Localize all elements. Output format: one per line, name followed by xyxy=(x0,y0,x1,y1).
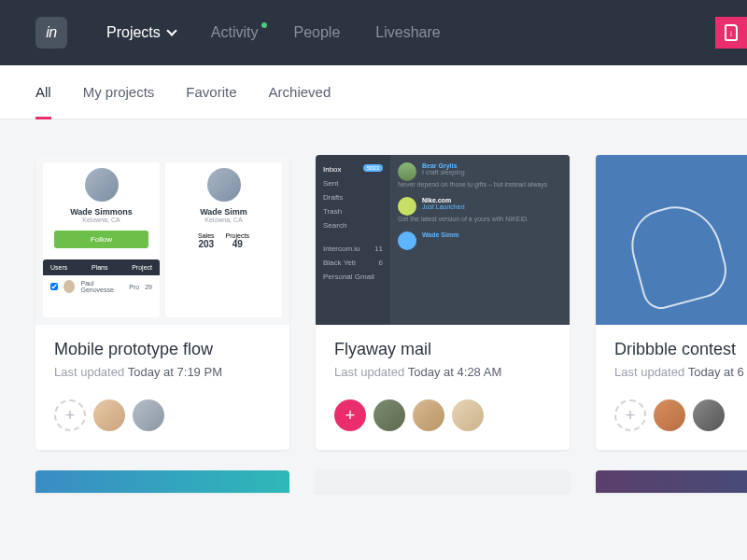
project-card[interactable] xyxy=(596,470,747,493)
add-collaborator-button[interactable]: + xyxy=(54,399,86,431)
avatar[interactable] xyxy=(133,399,164,431)
avatar[interactable] xyxy=(93,399,125,431)
collaborator-avatars: + xyxy=(614,399,747,431)
main-header: in Projects Activity People Liveshare xyxy=(0,0,747,65)
card-body: Dribbble contest Last updated Today at 6… xyxy=(596,325,747,450)
project-thumbnail: Wade Simmons Kelowna, CA Follow UsersPla… xyxy=(35,155,289,325)
notification-dot-icon xyxy=(261,22,267,28)
add-collaborator-button[interactable]: + xyxy=(614,399,646,431)
tab-archived[interactable]: Archieved xyxy=(269,65,331,119)
project-card[interactable] xyxy=(35,470,289,493)
primary-nav: Projects Activity People Liveshare xyxy=(106,24,441,41)
avatar[interactable] xyxy=(374,399,405,431)
chevron-down-icon xyxy=(166,25,176,35)
project-card[interactable] xyxy=(316,470,570,493)
project-thumbnail xyxy=(596,155,747,325)
upload-button[interactable] xyxy=(715,17,747,49)
project-title: Flyaway mail xyxy=(334,340,551,359)
collaborator-avatars: + xyxy=(54,399,271,431)
avatar[interactable] xyxy=(413,399,444,431)
nav-projects-label: Projects xyxy=(106,24,161,41)
project-card[interactable]: Dribbble contest Last updated Today at 6… xyxy=(596,155,747,450)
nav-projects[interactable]: Projects xyxy=(106,24,176,41)
avatar[interactable] xyxy=(693,399,725,431)
nav-liveshare[interactable]: Liveshare xyxy=(375,24,440,41)
card-body: Mobile prototype flow Last updated Today… xyxy=(35,325,289,450)
card-body: Flyaway mail Last updated Today at 4:28 … xyxy=(316,325,570,450)
project-meta: Last updated Today at 7:19 PM xyxy=(54,365,271,379)
project-title: Mobile prototype flow xyxy=(54,340,271,359)
project-card[interactable]: Inbox5033 Sent Drafts Trash Search Inter… xyxy=(316,155,570,450)
avatar[interactable] xyxy=(452,399,484,431)
filter-tabs: All My projects Favorite Archieved xyxy=(0,65,747,119)
nav-activity[interactable]: Activity xyxy=(211,24,259,41)
project-thumbnail: Inbox5033 Sent Drafts Trash Search Inter… xyxy=(316,155,570,325)
project-cards-grid: Wade Simmons Kelowna, CA Follow UsersPla… xyxy=(0,119,747,450)
project-meta: Last updated Today at 4:28 AM xyxy=(334,365,551,379)
avatar[interactable] xyxy=(654,399,685,431)
add-collaborator-button[interactable]: + xyxy=(334,399,366,431)
collaborator-avatars: + xyxy=(334,399,551,431)
nav-people[interactable]: People xyxy=(293,24,340,41)
nav-activity-label: Activity xyxy=(211,24,259,41)
tab-favorite[interactable]: Favorite xyxy=(186,65,236,119)
project-cards-row-2 xyxy=(0,450,747,493)
tab-all[interactable]: All xyxy=(35,65,51,119)
tab-my-projects[interactable]: My projects xyxy=(83,65,155,119)
logo[interactable]: in xyxy=(35,17,67,49)
file-upload-icon xyxy=(725,24,738,41)
project-title: Dribbble contest xyxy=(614,340,747,359)
project-card[interactable]: Wade Simmons Kelowna, CA Follow UsersPla… xyxy=(35,155,289,450)
project-meta: Last updated Today at 6 xyxy=(614,365,747,379)
